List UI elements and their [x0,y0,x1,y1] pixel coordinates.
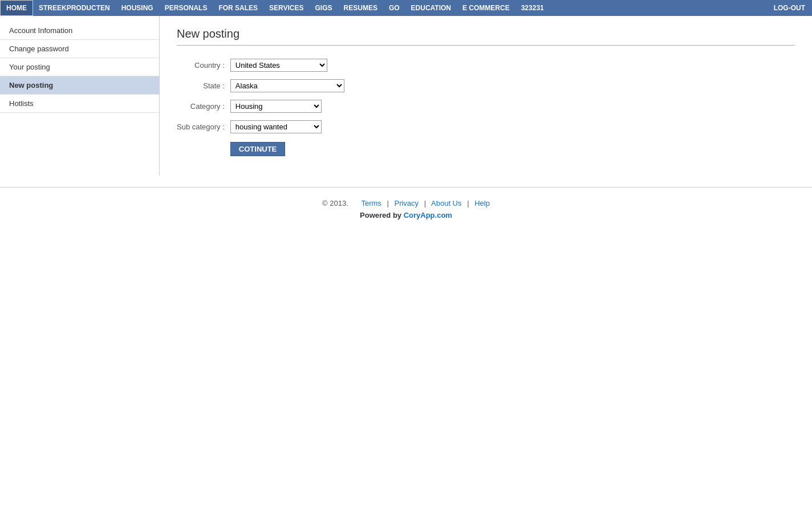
about-link[interactable]: About Us [431,199,461,207]
nav-item-housing[interactable]: HOUSING [116,0,159,16]
nav-item-go[interactable]: GO [383,0,405,16]
help-link[interactable]: Help [474,199,490,207]
terms-link[interactable]: Terms [361,199,381,207]
privacy-link[interactable]: Privacy [394,199,419,207]
sidebar-item-your-posting[interactable]: Your posting [0,58,159,76]
nav-item-home[interactable]: HOME [0,0,33,16]
logout-button[interactable]: LOG-OUT [767,0,812,16]
main-content: New posting Country : United StatesCanad… [160,16,812,176]
continue-button[interactable]: COTINUTE [230,142,285,156]
powered-link[interactable]: CoryApp.com [404,211,452,219]
nav-item-gigs[interactable]: GIGS [310,0,338,16]
category-label: Category : [177,96,230,116]
subcategory-select[interactable]: housing wantedapartmentsroomssubletshous… [230,120,322,133]
sidebar-item-hotlists[interactable]: Hotlists [0,95,159,113]
country-select[interactable]: United StatesCanadaUnited KingdomAustral… [230,59,327,72]
page-title: New posting [177,27,795,46]
powered-text: Powered by [360,211,404,219]
sidebar-item-account-infomation[interactable]: Account Infomation [0,22,159,40]
subcategory-label: Sub category : [177,116,230,137]
state-label: State : [177,75,230,96]
nav-item-streekproducten[interactable]: STREEKPRODUCTEN [33,0,116,16]
new-posting-form: Country : United StatesCanadaUnited King… [177,55,795,157]
country-label: Country : [177,55,230,75]
nav-item-education[interactable]: EDUCATION [405,0,457,16]
copyright: © 2013. [322,199,348,207]
nav-item-personals[interactable]: PERSONALS [159,0,213,16]
nav-item-e-commerce[interactable]: E COMMERCE [457,0,515,16]
sidebar: Account InfomationChange passwordYour po… [0,16,160,176]
sidebar-item-new-posting[interactable]: New posting [0,76,159,95]
form-table: Country : United StatesCanadaUnited King… [177,55,344,157]
navbar: HOMESTREEKPRODUCTENHOUSINGPERSONALSFOR S… [0,0,812,16]
nav-item-services[interactable]: SERVICES [263,0,309,16]
state-select[interactable]: AlaskaAlabamaArizonaArkansasCaliforniaCo… [230,79,344,92]
sidebar-item-change-password[interactable]: Change password [0,40,159,58]
category-select[interactable]: HousingFor SaleJobsServicesPersonals [230,100,322,113]
powered-by: Powered by CoryApp.com [0,211,812,219]
nav-item-for-sales[interactable]: FOR SALES [213,0,263,16]
nav-item-resumes[interactable]: RESUMES [338,0,383,16]
footer-links: © 2013. Terms | Privacy | About Us | Hel… [0,199,812,207]
nav-item-323231[interactable]: 323231 [515,0,550,16]
footer: © 2013. Terms | Privacy | About Us | Hel… [0,187,812,225]
